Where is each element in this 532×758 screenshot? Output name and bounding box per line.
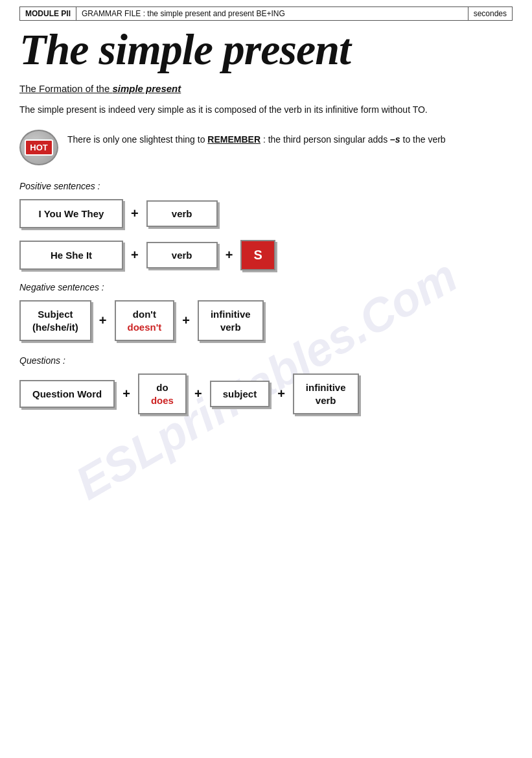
subject-1-text: I You We They [39, 208, 104, 219]
negative-row: Subject (he/she/it) + don't doesn't + in… [19, 300, 513, 341]
page-title: The simple present [19, 27, 513, 71]
header-grammar: GRAMMAR FILE : the simple present and pr… [76, 7, 468, 20]
questions-row: Question Word + do does + subject + infi… [19, 373, 513, 414]
do-text: do does [151, 381, 174, 407]
header-module: MODULE PII [20, 7, 76, 20]
header-bar: MODULE PII GRAMMAR FILE : the simple pre… [19, 6, 513, 21]
tip-after: : the third person singular adds [260, 134, 390, 145]
infinitive-q-text: infinitive verb [306, 381, 346, 407]
positive-label: Positive sentences : [19, 181, 513, 191]
subject-2-text: He She It [51, 250, 92, 261]
plus-2b: + [223, 248, 236, 263]
question-word-box: Question Word [19, 380, 115, 409]
subject-neg-box: Subject (he/she/it) [19, 300, 91, 341]
neg-plus-1: + [97, 313, 110, 328]
questions-section: Questions : Question Word + do does + su… [19, 355, 513, 414]
tip-box: HOT There is only one slightest thing to… [19, 130, 513, 165]
s-box: S [240, 240, 275, 270]
formation-description: The simple present is indeed very simple… [19, 103, 513, 117]
infinitive-neg-box: infinitive verb [198, 300, 264, 341]
formation-bold: simple present [112, 83, 181, 94]
q-plus-3: + [275, 386, 288, 401]
q-plus-2: + [192, 386, 205, 401]
plus-1: + [128, 206, 141, 221]
subject-box-1: I You We They [19, 199, 123, 228]
positive-row1: I You We They + verb [19, 199, 513, 228]
hot-badge-icon: HOT [19, 130, 58, 165]
does-text: does [151, 395, 174, 406]
subject-box-2: He She It [19, 241, 123, 270]
infinitive-q-box: infinitive verb [293, 373, 359, 414]
doesnt-text: doesn't [128, 322, 162, 333]
question-word-text: Question Word [32, 388, 102, 401]
hot-label: HOT [25, 139, 52, 156]
header-level: secondes [468, 7, 512, 20]
dont-text: don't doesn't [128, 308, 162, 333]
infinitive-neg-text: infinitive verb [211, 308, 251, 333]
formation-heading: The Formation of the simple present [19, 83, 513, 94]
subject-q-text: subject [223, 388, 257, 399]
subject-neg-sub: (he/she/it) [32, 322, 78, 333]
negative-section: Negative sentences : Subject (he/she/it)… [19, 282, 513, 341]
verb-box-1: verb [146, 200, 218, 227]
tip-pre: There is only one slightest thing to [67, 134, 207, 145]
s-text: S [253, 248, 262, 262]
questions-label: Questions : [19, 355, 513, 366]
subject-neg-text: Subject (he/she/it) [32, 308, 78, 333]
do-box: do does [138, 373, 187, 414]
tip-s: –s [390, 134, 400, 145]
verb-2-text: verb [172, 250, 192, 261]
verb-1-text: verb [172, 208, 192, 219]
neg-plus-2: + [179, 313, 192, 328]
tip-end: to the verb [400, 134, 446, 145]
subject-neg-label: Subject [38, 309, 73, 320]
negative-label: Negative sentences : [19, 282, 513, 292]
subject-q-box: subject [210, 381, 270, 407]
formation-pre: The Formation of the [19, 83, 112, 94]
dont-box: don't doesn't [115, 300, 175, 341]
q-plus-1: + [120, 386, 133, 401]
tip-text: There is only one slightest thing to REM… [67, 130, 446, 147]
positive-row2: He She It + verb + S [19, 240, 513, 270]
plus-2a: + [128, 248, 141, 263]
tip-remember: REMEMBER [207, 134, 260, 145]
verb-box-2: verb [146, 242, 218, 268]
